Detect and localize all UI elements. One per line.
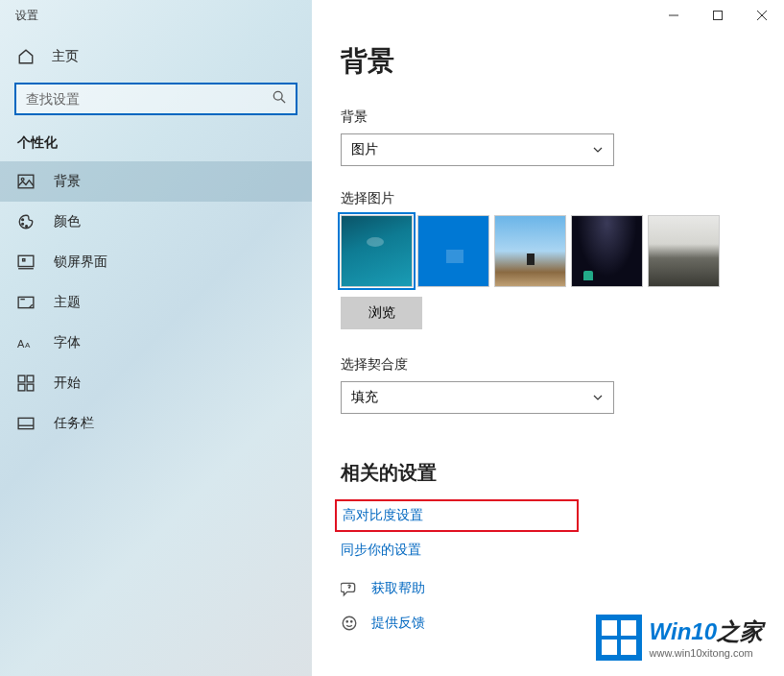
titlebar: 设置: [0, 0, 784, 31]
search-box[interactable]: [14, 83, 297, 115]
search-icon: [273, 90, 286, 108]
theme-icon: [17, 294, 35, 311]
svg-text:A: A: [25, 341, 31, 350]
nav-item-start[interactable]: 开始: [0, 363, 312, 403]
wallpaper-thumb-5[interactable]: [648, 215, 720, 287]
home-link[interactable]: 主页: [0, 38, 312, 75]
svg-point-25: [351, 621, 352, 622]
nav-label: 字体: [54, 334, 81, 351]
wallpaper-thumb-4[interactable]: [571, 215, 643, 287]
svg-point-4: [273, 91, 282, 100]
nav-label: 任务栏: [54, 415, 94, 432]
svg-point-8: [22, 219, 24, 221]
nav-item-themes[interactable]: 主题: [0, 282, 312, 323]
feedback-icon: [341, 615, 358, 632]
nav-label: 主题: [54, 294, 81, 311]
palette-icon: [17, 213, 35, 230]
dropdown-value: 图片: [351, 141, 378, 158]
background-label: 背景: [341, 109, 755, 126]
svg-rect-20: [18, 418, 34, 428]
watermark: Win10之家 www.win10xitong.com: [596, 615, 763, 661]
nav-item-taskbar[interactable]: 任务栏: [0, 403, 312, 444]
search-input[interactable]: [26, 91, 273, 107]
related-settings-heading: 相关的设置: [341, 460, 755, 486]
wallpaper-thumb-3[interactable]: [494, 215, 566, 287]
svg-point-10: [26, 226, 28, 228]
chevron-down-icon: [592, 144, 604, 156]
nav-item-background[interactable]: 背景: [0, 161, 312, 202]
window-controls: [652, 0, 784, 31]
svg-point-24: [346, 621, 347, 622]
svg-rect-19: [27, 384, 34, 391]
nav-label: 开始: [54, 374, 81, 392]
picture-thumbnails: [341, 215, 755, 287]
lockscreen-icon: [17, 254, 35, 271]
sidebar: 主页 个性化 背景 颜色 锁屏界面: [0, 0, 312, 676]
svg-rect-16: [18, 375, 25, 382]
wallpaper-thumb-1[interactable]: [341, 215, 413, 287]
windows-logo-icon: [596, 615, 642, 661]
svg-text:A: A: [17, 338, 25, 350]
svg-rect-6: [18, 175, 34, 188]
picture-icon: [17, 173, 35, 190]
font-icon: AA: [17, 334, 35, 351]
chevron-down-icon: [592, 392, 604, 403]
nav-item-lockscreen[interactable]: 锁屏界面: [0, 242, 312, 282]
wallpaper-thumb-2[interactable]: [417, 215, 489, 287]
nav-label: 锁屏界面: [54, 254, 107, 271]
choose-picture-label: 选择图片: [341, 190, 755, 207]
home-label: 主页: [52, 48, 79, 65]
maximize-button[interactable]: [696, 0, 740, 31]
fit-label: 选择契合度: [341, 356, 755, 374]
nav-label: 颜色: [54, 213, 81, 230]
browse-button[interactable]: 浏览: [341, 297, 422, 329]
sync-settings-link[interactable]: 同步你的设置: [341, 542, 755, 559]
feedback-label: 提供反馈: [371, 615, 425, 632]
nav-item-colors[interactable]: 颜色: [0, 202, 312, 242]
close-button[interactable]: [740, 0, 784, 31]
dropdown-value: 填充: [351, 389, 378, 406]
svg-rect-17: [27, 375, 34, 382]
fit-dropdown[interactable]: 填充: [341, 381, 614, 414]
background-type-dropdown[interactable]: 图片: [341, 133, 614, 166]
help-icon: [341, 580, 358, 597]
svg-rect-1: [714, 12, 723, 20]
svg-line-5: [281, 99, 285, 103]
highlight-annotation: 高对比度设置: [335, 499, 579, 532]
category-label: 个性化: [0, 134, 312, 161]
page-heading: 背景: [341, 43, 755, 80]
window-title: 设置: [0, 0, 54, 32]
svg-rect-12: [23, 259, 25, 261]
help-label: 获取帮助: [371, 580, 425, 597]
watermark-brand: Win10之家: [650, 616, 763, 647]
get-help-link[interactable]: 获取帮助: [341, 580, 755, 597]
svg-rect-18: [18, 384, 25, 391]
start-icon: [17, 374, 35, 392]
svg-point-23: [343, 616, 356, 630]
taskbar-icon: [17, 415, 35, 432]
svg-point-7: [21, 178, 24, 181]
main-content: 背景 背景 图片 选择图片 浏览 选择契合度 填充 相关的设置 高对比度设置 同…: [312, 0, 784, 676]
nav-label: 背景: [54, 173, 81, 190]
high-contrast-link[interactable]: 高对比度设置: [337, 507, 423, 524]
home-icon: [17, 48, 35, 65]
svg-point-9: [22, 223, 24, 225]
nav-item-fonts[interactable]: AA 字体: [0, 323, 312, 363]
svg-rect-11: [18, 255, 34, 266]
watermark-url: www.win10xitong.com: [650, 647, 763, 659]
minimize-button[interactable]: [652, 0, 696, 31]
